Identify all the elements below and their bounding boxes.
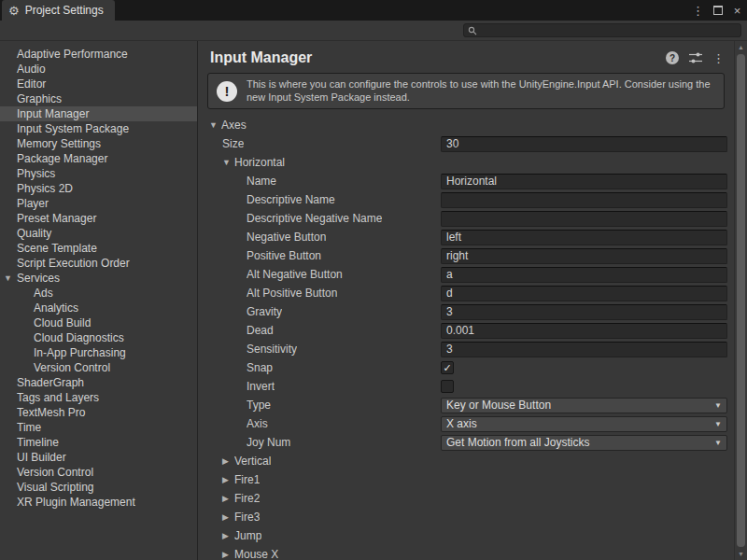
sidebar-item-textmesh-pro[interactable]: TextMesh Pro	[0, 405, 197, 420]
sidebar-item-preset-manager[interactable]: Preset Manager	[0, 211, 197, 226]
sidebar-item-timeline[interactable]: Timeline	[0, 435, 197, 450]
sidebar-item-player[interactable]: Player	[0, 196, 197, 211]
text-field[interactable]	[441, 267, 727, 283]
text-field[interactable]	[441, 342, 727, 357]
checkbox[interactable]: ✓	[441, 380, 454, 393]
sidebar-item-xr-plugin-management[interactable]: XR Plugin Management	[0, 495, 197, 510]
dropdown[interactable]: Key or Mouse Button ▼	[441, 398, 727, 413]
sidebar-item-ads[interactable]: Ads	[0, 286, 197, 301]
sidebar-item-physics-2d[interactable]: Physics 2D	[0, 181, 197, 196]
sidebar-item-graphics[interactable]: Graphics	[0, 91, 197, 106]
foldout-icon[interactable]: ▶	[222, 513, 234, 522]
sidebar-item-shadergraph[interactable]: ShaderGraph	[0, 375, 197, 390]
row-label: Type	[247, 399, 271, 412]
tab-project-settings[interactable]: ⚙ Project Settings	[2, 0, 115, 21]
sidebar-item-in-app-purchasing[interactable]: In-App Purchasing	[0, 345, 197, 360]
foldout-icon[interactable]: ▼	[4, 273, 12, 283]
row-label: Snap	[247, 361, 273, 374]
window-menu-button[interactable]: ⋮	[688, 0, 708, 21]
tab-title: Project Settings	[25, 4, 104, 17]
dropdown[interactable]: X axis ▼	[441, 416, 727, 432]
foldout-icon[interactable]: ▶	[222, 532, 234, 540]
settings-row-mouse-x[interactable]: ▶ Mouse X	[198, 545, 734, 560]
sidebar-item-audio[interactable]: Audio	[0, 62, 197, 77]
sidebar-item-package-manager[interactable]: Package Manager	[0, 151, 197, 166]
more-options-icon[interactable]: ⋮	[712, 52, 725, 64]
sidebar-item-cloud-diagnostics[interactable]: Cloud Diagnostics	[0, 330, 197, 345]
foldout-icon[interactable]: ▼	[209, 121, 221, 130]
settings-row-fire3[interactable]: ▶ Fire3	[198, 508, 734, 526]
sidebar-item-cloud-build[interactable]: Cloud Build	[0, 315, 197, 330]
foldout-icon[interactable]: ▶	[222, 457, 234, 466]
header-icons: ? ⋮	[666, 51, 725, 64]
scroll-down-button[interactable]: ▼	[735, 548, 747, 560]
sidebar-item-script-execution-order[interactable]: Script Execution Order	[0, 256, 197, 271]
row-label: Horizontal	[234, 156, 285, 169]
sidebar-item-label: Cloud Build	[34, 316, 91, 329]
settings-row-fire2[interactable]: ▶ Fire2	[198, 489, 734, 508]
presets-icon[interactable]	[689, 52, 702, 63]
row-label: Alt Negative Button	[247, 268, 343, 281]
sidebar-item-physics[interactable]: Physics	[0, 166, 197, 181]
settings-row-snap: Snap ✓	[198, 358, 734, 377]
settings-row-vertical[interactable]: ▶ Vertical	[198, 452, 734, 470]
text-field[interactable]	[441, 286, 727, 301]
foldout-icon[interactable]: ▶	[222, 551, 234, 559]
row-label: Mouse X	[234, 548, 278, 560]
settings-row-axes[interactable]: ▼ Axes	[198, 116, 734, 134]
sidebar-item-input-manager[interactable]: Input Manager	[0, 106, 197, 121]
row-label: Descriptive Negative Name	[247, 212, 382, 225]
settings-row-jump[interactable]: ▶ Jump	[198, 526, 734, 545]
text-field[interactable]	[441, 304, 727, 320]
sidebar-item-input-system-package[interactable]: Input System Package	[0, 121, 197, 136]
row-label: Gravity	[247, 305, 282, 318]
sidebar-item-label: XR Plugin Management	[17, 496, 135, 509]
sidebar-item-adaptive-performance[interactable]: Adaptive Performance	[0, 47, 197, 62]
sidebar-item-services[interactable]: ▼ Services	[0, 271, 197, 286]
sidebar-item-quality[interactable]: Quality	[0, 226, 197, 241]
maximize-button[interactable]	[708, 0, 727, 21]
settings-row-positive-button: Positive Button	[198, 246, 734, 265]
text-field[interactable]	[441, 211, 727, 227]
row-label: Fire3	[234, 511, 260, 524]
scroll-up-button[interactable]: ▲	[735, 41, 747, 53]
foldout-icon[interactable]: ▼	[222, 159, 234, 167]
settings-row-horizontal[interactable]: ▼ Horizontal	[198, 153, 734, 172]
search-box[interactable]	[463, 23, 741, 37]
dropdown[interactable]: Get Motion from all Joysticks ▼	[441, 435, 727, 451]
checkbox[interactable]: ✓	[441, 361, 454, 374]
sidebar-item-time[interactable]: Time	[0, 420, 197, 435]
text-field[interactable]	[441, 174, 727, 189]
foldout-icon[interactable]: ▶	[222, 476, 234, 484]
sidebar-item-tags-and-layers[interactable]: Tags and Layers	[0, 390, 197, 405]
sidebar-item-label: Script Execution Order	[17, 257, 130, 270]
sidebar-item-label: Package Manager	[17, 152, 107, 165]
sidebar-item-label: Ads	[34, 287, 53, 300]
foldout-icon[interactable]: ▶	[222, 495, 234, 503]
sidebar-item-label: Audio	[17, 63, 46, 76]
sidebar-item-version-control[interactable]: Version Control	[0, 360, 197, 375]
sidebar-item-label: Player	[17, 197, 49, 210]
help-icon[interactable]: ?	[666, 51, 679, 64]
sidebar-item-memory-settings[interactable]: Memory Settings	[0, 136, 197, 151]
row-label: Positive Button	[247, 249, 321, 262]
text-field[interactable]	[441, 248, 727, 264]
close-button[interactable]: ×	[727, 0, 747, 21]
row-label: Jump	[234, 529, 261, 542]
sidebar-item-version-control[interactable]: Version Control	[0, 465, 197, 480]
text-field[interactable]	[441, 230, 727, 245]
sidebar-item-ui-builder[interactable]: UI Builder	[0, 450, 197, 465]
text-field[interactable]	[441, 136, 727, 152]
text-field[interactable]	[441, 323, 727, 339]
row-label: Axes	[221, 119, 247, 132]
sidebar-item-visual-scripting[interactable]: Visual Scripting	[0, 480, 197, 495]
settings-row-fire1[interactable]: ▶ Fire1	[198, 470, 734, 489]
sidebar-item-analytics[interactable]: Analytics	[0, 301, 197, 315]
text-field[interactable]	[441, 192, 727, 208]
sidebar-item-label: Physics 2D	[17, 182, 73, 195]
search-input[interactable]	[481, 25, 737, 36]
sidebar-item-scene-template[interactable]: Scene Template	[0, 241, 197, 256]
sidebar-item-editor[interactable]: Editor	[0, 77, 197, 91]
settings-row-invert: Invert ✓	[198, 377, 734, 396]
scrollbar-thumb[interactable]	[737, 54, 745, 547]
